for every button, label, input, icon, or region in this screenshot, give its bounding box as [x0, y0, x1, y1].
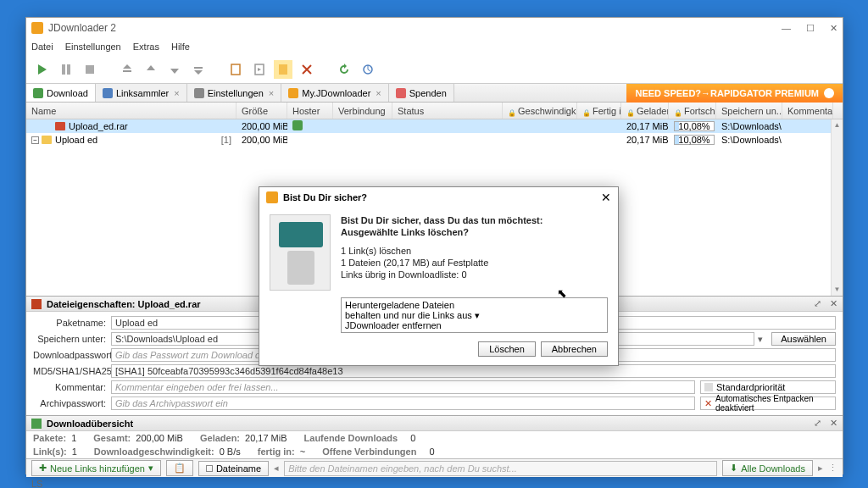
collapse-icon[interactable]: −: [31, 136, 39, 144]
plus-icon: ✚: [39, 463, 47, 474]
tab-linksammler[interactable]: Linksammler×: [96, 84, 187, 102]
lock-icon: [674, 107, 682, 114]
close-icon[interactable]: ×: [376, 88, 381, 98]
close-button[interactable]: ✕: [830, 23, 837, 34]
play-button[interactable]: [33, 60, 52, 79]
close-icon[interactable]: ✕: [830, 298, 837, 309]
search-input[interactable]: Bitte den Dateinamen eingeben, nach dem …: [284, 461, 717, 476]
stop-button[interactable]: [81, 60, 99, 79]
clipboard-button[interactable]: [226, 60, 245, 79]
svg-rect-1: [231, 64, 240, 75]
close-icon[interactable]: ×: [174, 88, 179, 98]
priority-dropdown[interactable]: Standardpriorität: [700, 380, 836, 394]
menu-icon[interactable]: ⋮: [828, 463, 837, 474]
column-header[interactable]: Hoster: [287, 103, 333, 119]
column-header[interactable]: Kommentar: [782, 103, 833, 119]
checkbox-icon: [206, 465, 213, 472]
menubar: Datei Einstellungen Extras Hilfe: [26, 38, 843, 55]
column-header[interactable]: Größe: [236, 103, 287, 119]
svg-rect-0: [86, 65, 94, 74]
dialog-title: Bist Du Dir sicher?: [283, 192, 601, 202]
svg-rect-3: [279, 64, 287, 75]
column-header[interactable]: Status: [392, 103, 503, 119]
update-button[interactable]: [359, 60, 377, 79]
column-header[interactable]: Geschwindigkeit: [503, 103, 577, 119]
column-header[interactable]: Fortschritt: [669, 103, 716, 119]
autostart-button[interactable]: [250, 60, 269, 79]
column-header[interactable]: Name: [26, 103, 236, 119]
loeschen-button[interactable]: Löschen: [478, 341, 536, 357]
close-icon[interactable]: ✕: [830, 418, 837, 429]
download-overview-panel: Downloadübersicht ⤢ ✕ Pakete:1 Gesamt:20…: [26, 415, 843, 458]
chevron-down-icon: ▾: [148, 463, 153, 474]
tab-spenden[interactable]: Spenden: [389, 84, 454, 102]
linkgrabber-icon: [103, 88, 113, 98]
archiv-label: Archivpasswort:: [33, 398, 111, 408]
column-header[interactable]: Verbindung: [333, 103, 392, 119]
donate-icon: [396, 88, 406, 98]
menu-datei[interactable]: Datei: [31, 42, 53, 52]
speichern-label: Speichern unter:: [33, 334, 111, 344]
clipboard-button[interactable]: 📋: [166, 460, 193, 476]
prev-icon[interactable]: ◂: [274, 463, 279, 474]
expand-icon[interactable]: ⤢: [814, 418, 821, 429]
tab-download[interactable]: Download: [26, 84, 96, 102]
next-icon[interactable]: ▸: [818, 463, 823, 474]
file-icon: [31, 299, 42, 309]
lock-icon: [582, 107, 590, 114]
progress-bar: 10,08%: [674, 121, 715, 131]
pause-button[interactable]: [57, 60, 75, 79]
auswaehlen-button[interactable]: Auswählen: [771, 332, 836, 346]
column-header[interactable]: Speichern un...: [716, 103, 782, 119]
move-bottom-button[interactable]: [189, 60, 208, 79]
column-header[interactable]: Fertig in: [577, 103, 621, 119]
tab-myjdownloader[interactable]: My.JDownloader×: [281, 84, 389, 102]
download-icon: ⬇: [730, 463, 737, 474]
clear-button[interactable]: [298, 60, 316, 79]
minimize-button[interactable]: —: [782, 23, 791, 34]
table-header: NameGrößeHosterVerbindungStatusGeschwind…: [26, 103, 843, 119]
lock-icon: [508, 107, 515, 114]
filename-filter-button[interactable]: Dateiname: [198, 461, 269, 476]
app-icon: [266, 191, 278, 203]
progress-bar: 10,08%: [674, 135, 715, 145]
dlpass-label: Downloadpasswort:: [33, 350, 111, 360]
menu-hilfe[interactable]: Hilfe: [171, 42, 190, 52]
archiv-input[interactable]: Gib das Archivpasswort ein: [111, 396, 695, 410]
refresh-button[interactable]: [335, 60, 353, 79]
reconnect-button[interactable]: [274, 60, 292, 79]
close-button[interactable]: ✕: [601, 191, 611, 204]
menu-einstellungen[interactable]: Einstellungen: [65, 42, 121, 52]
settings-icon: [194, 88, 204, 98]
download-icon: [33, 88, 43, 98]
table-row[interactable]: Upload_ed.rar200,00 MiB20,17 MiB10,08%S:…: [26, 119, 843, 133]
folder-icon: [42, 136, 52, 144]
close-icon[interactable]: ×: [269, 88, 274, 98]
abbrechen-button[interactable]: Abbrechen: [541, 341, 608, 357]
hash-label: MD5/SHA1/SHA256:: [33, 366, 111, 376]
column-header[interactable]: Geladen: [621, 103, 669, 119]
window-title: JDownloader 2: [48, 22, 782, 34]
move-top-button[interactable]: [118, 60, 136, 79]
titlebar: JDownloader 2 — ☐ ✕: [26, 18, 843, 38]
confirm-dialog: Bist Du Dir sicher? ✕ Bist Du Dir sicher…: [259, 186, 619, 366]
table-row[interactable]: −Upload ed[1]200,00 MiB20,17 MiB10,08%S:…: [26, 133, 843, 147]
scrollbar[interactable]: ▲▼: [831, 119, 843, 296]
keep-files-dropdown[interactable]: Heruntergeladene Dateien behalten und nu…: [341, 297, 608, 333]
all-downloads-button[interactable]: ⬇Alle Downloads: [722, 460, 813, 476]
download-icon: [31, 419, 42, 429]
kommentar-label: Kommentar:: [33, 382, 111, 392]
hash-input[interactable]: [SHA1] 50fceabfa70395993c346d5391f64cd84…: [111, 364, 836, 378]
add-links-button[interactable]: ✚Neue Links hinzufügen▾: [31, 460, 161, 476]
chevron-down-icon[interactable]: ▾: [754, 334, 766, 345]
menu-extras[interactable]: Extras: [133, 42, 159, 52]
move-up-button[interactable]: [142, 60, 160, 79]
dialog-text: Bist Du Dir sicher, dass Du das tun möch…: [341, 214, 608, 291]
tab-einstellungen[interactable]: Einstellungen×: [187, 84, 282, 102]
extract-dropdown[interactable]: ✕Automatisches Entpacken deaktiviert: [700, 396, 836, 410]
kommentar-input[interactable]: Kommentar eingeben oder frei lassen...: [111, 380, 695, 394]
move-down-button[interactable]: [165, 60, 184, 79]
expand-icon[interactable]: ⤢: [814, 298, 821, 309]
maximize-button[interactable]: ☐: [806, 23, 815, 34]
premium-banner[interactable]: NEED SPEED?→RAPIDGATOR PREMIUM: [626, 84, 843, 103]
